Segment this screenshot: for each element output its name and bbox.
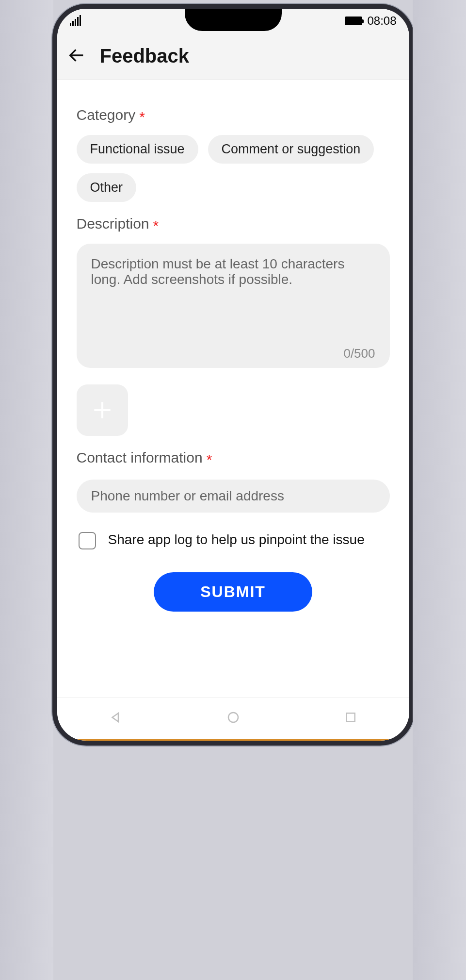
share-log-label: Share app log to help us pinpoint the is… (108, 531, 365, 548)
category-chip-other[interactable]: Other (77, 173, 137, 202)
svg-marker-3 (112, 713, 118, 722)
svg-point-4 (228, 713, 238, 722)
add-attachment-button[interactable] (77, 384, 128, 436)
bottom-accent-line (57, 739, 409, 741)
form-body: Category* Functional issue Comment or su… (57, 80, 409, 697)
phone-frame: 08:08 Feedback Category* (52, 4, 414, 746)
category-chip-comment[interactable]: Comment or suggestion (208, 135, 374, 164)
required-mark: * (207, 451, 212, 467)
description-input[interactable] (77, 244, 390, 368)
nav-recents-icon[interactable] (343, 710, 358, 727)
submit-button[interactable]: SUBMIT (154, 572, 312, 612)
signal-icon (70, 16, 81, 26)
share-log-checkbox[interactable] (79, 532, 96, 549)
page-title: Feedback (100, 45, 190, 67)
header: Feedback (57, 33, 409, 80)
battery-icon (345, 17, 362, 25)
notch (185, 4, 282, 31)
category-label: Category* (77, 107, 390, 123)
back-icon[interactable] (67, 46, 86, 67)
plus-icon (90, 398, 114, 422)
category-chip-group: Functional issue Comment or suggestion O… (77, 135, 390, 202)
system-nav-bar (57, 697, 409, 739)
category-chip-functional[interactable]: Functional issue (77, 135, 198, 164)
required-mark: * (153, 217, 159, 233)
status-time: 08:08 (367, 14, 396, 28)
description-label: Description* (77, 216, 390, 232)
nav-back-icon[interactable] (109, 710, 123, 727)
description-counter: 0/500 (343, 346, 375, 361)
contact-label: Contact information* (77, 449, 390, 466)
required-mark: * (139, 109, 145, 125)
nav-home-icon[interactable] (226, 710, 241, 727)
svg-rect-5 (346, 713, 355, 722)
contact-input[interactable] (77, 480, 390, 513)
